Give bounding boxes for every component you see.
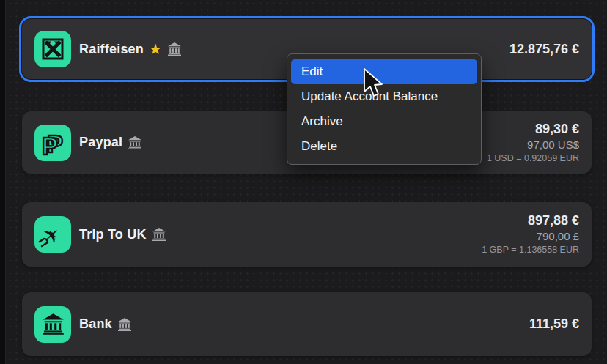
svg-text:P: P xyxy=(42,133,58,160)
bank-building-logo-icon xyxy=(34,306,71,343)
bank-building-icon xyxy=(117,318,132,331)
raiffeisen-logo-icon xyxy=(34,31,71,67)
window-left-edge xyxy=(0,0,6,364)
menu-item-edit[interactable]: Edit xyxy=(291,59,477,84)
account-row-bank[interactable]: Bank 111,59 € xyxy=(22,292,592,356)
account-name: Trip To UK xyxy=(79,227,147,242)
balance-primary: 111,59 € xyxy=(529,316,579,333)
balance-secondary: 790,00 £ xyxy=(482,229,579,244)
favorite-star-icon: ★ xyxy=(149,42,162,56)
menu-item-archive[interactable]: Archive xyxy=(291,109,477,134)
exchange-rate: 1 USD = 0.92059 EUR xyxy=(487,152,579,165)
balance-primary: 89,30 € xyxy=(487,121,579,138)
balance-secondary: 97,00 US$ xyxy=(487,138,579,152)
account-row-trip-to-uk[interactable]: ✈ Trip To UK 897,88 € 790,00 £ 1 GBP = 1… xyxy=(22,202,592,267)
bank-building-icon xyxy=(167,42,182,56)
svg-text:✈: ✈ xyxy=(37,220,67,251)
balance-primary: 12.875,76 € xyxy=(509,41,579,58)
airplane-icon: ✈ xyxy=(34,216,71,253)
account-name: Raiffeisen xyxy=(79,42,144,57)
paypal-logo-icon: P P xyxy=(34,125,71,161)
context-menu: Edit Update Account Balance Archive Dele… xyxy=(287,53,482,165)
account-name: Paypal xyxy=(79,135,122,150)
menu-item-update-account-balance[interactable]: Update Account Balance xyxy=(291,84,477,109)
accounts-list-screen: Raiffeisen ★ 12.875,76 € P P Paypal xyxy=(0,0,607,364)
menu-item-delete[interactable]: Delete xyxy=(291,134,477,159)
bank-building-icon xyxy=(128,136,142,149)
account-name: Bank xyxy=(79,316,112,332)
exchange-rate: 1 GBP = 1.136558 EUR xyxy=(482,244,579,256)
balance-primary: 897,88 € xyxy=(482,212,579,229)
bank-building-icon xyxy=(152,228,166,241)
